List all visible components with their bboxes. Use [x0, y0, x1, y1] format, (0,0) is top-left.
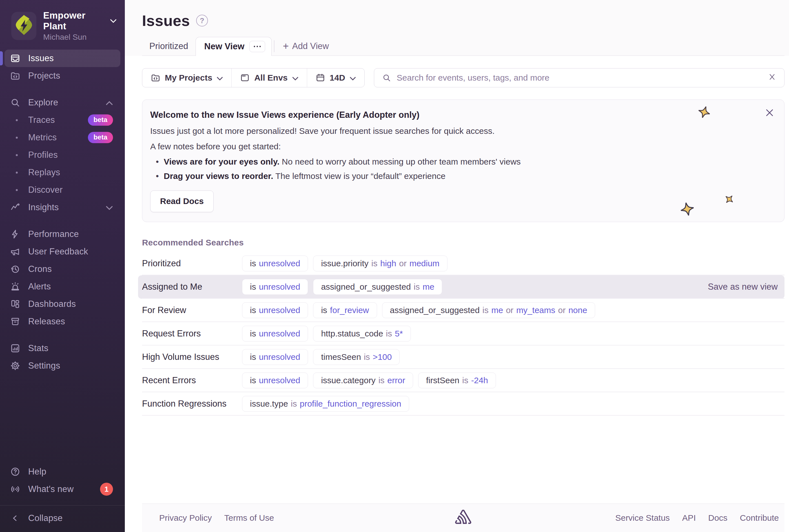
main: Issues ? Prioritized New View + Add View [125, 0, 789, 532]
search-row-label: Assigned to Me [142, 282, 242, 292]
issues-icon [10, 53, 23, 64]
org-avatar [11, 12, 36, 40]
bullet-dot-icon [10, 189, 23, 191]
sidebar-item-user-feedback[interactable]: User Feedback [4, 243, 120, 260]
megaphone-icon [10, 246, 23, 257]
sidebar-item-discover[interactable]: Discover [4, 181, 120, 199]
tab-options-ellipsis-icon[interactable] [249, 41, 265, 52]
plus-icon: + [283, 41, 289, 51]
search-bar [374, 68, 785, 87]
search-row-prioritized[interactable]: Prioritizedisunresolvedissue.priorityish… [138, 252, 785, 275]
sidebar-item-stats[interactable]: Stats [4, 340, 120, 357]
save-as-new-view-button[interactable]: Save as new view [708, 282, 778, 292]
tab-new-view[interactable]: New View [196, 37, 272, 56]
sidebar-item-collapse[interactable]: Collapse [4, 510, 120, 527]
bullet-dot-icon [10, 154, 23, 156]
search-row-high-volume-issues[interactable]: High Volume IssuesisunresolvedtimesSeeni… [138, 345, 785, 369]
query-chip: isunresolved [242, 255, 308, 271]
sidebar-item-label: Alerts [28, 282, 51, 292]
sidebar-item-alerts[interactable]: Alerts [4, 278, 120, 295]
query-chips: isunresolvedassigned_or_suggestedisme [242, 279, 442, 295]
chevron-down-icon[interactable] [106, 203, 113, 212]
sidebar-item-label: Issues [28, 53, 54, 63]
sidebar-item-insights[interactable]: Insights [4, 199, 120, 216]
banner-title: Welcome to the new Issue Views experienc… [150, 108, 773, 122]
projects-filter-value: My Projects [165, 73, 212, 82]
sidebar-item-metrics[interactable]: Metricsbeta [4, 129, 120, 146]
tab-prioritized[interactable]: Prioritized [142, 37, 196, 56]
sidebar-item-releases[interactable]: Releases [4, 313, 120, 330]
search-row-request-errors[interactable]: Request Errorsisunresolvedhttp.status_co… [138, 322, 785, 345]
search-input[interactable] [397, 73, 762, 82]
add-view-button[interactable]: + Add View [277, 37, 335, 56]
query-chips: issue.typeisprofile_function_regression [242, 396, 409, 412]
sidebar-item-label: Insights [28, 202, 59, 212]
footer-link-service-status[interactable]: Service Status [615, 513, 670, 523]
sidebar-item-replays[interactable]: Replays [4, 164, 120, 181]
collapse-wrap: Collapse [0, 505, 125, 532]
footer-link-terms-of-use[interactable]: Terms of Use [224, 513, 274, 523]
chevron-down-icon [350, 73, 356, 82]
org-switcher[interactable]: Empower Plant Michael Sun [0, 0, 125, 50]
banner-notes-lead: A few notes before you get started: [150, 140, 773, 153]
sidebar-item-dashboards[interactable]: Dashboards [4, 295, 120, 313]
banner-close-icon[interactable] [765, 108, 775, 122]
date-filter-button[interactable]: 14D [307, 69, 364, 87]
query-chips: isunresolvedtimesSeenis>100 [242, 349, 400, 365]
read-docs-button[interactable]: Read Docs [150, 190, 214, 212]
banner-bullet: Drag your views to reorder. The leftmost… [154, 170, 773, 183]
footer-left-links: Privacy PolicyTerms of Use [159, 513, 274, 523]
query-chip: assigned_or_suggestedismeormy_teamsornon… [382, 302, 595, 318]
search-row-assigned-to-me[interactable]: Assigned to Meisunresolvedassigned_or_su… [138, 275, 785, 299]
sparkle-star-icon [679, 201, 695, 217]
sidebar-item-issues[interactable]: Issues [4, 50, 120, 67]
tab-separator [274, 40, 274, 52]
help-circle-icon[interactable]: ? [196, 15, 208, 26]
search-row-for-review[interactable]: For Reviewisunresolvedisfor_reviewassign… [138, 299, 785, 322]
sidebar-item-crons[interactable]: Crons [4, 260, 120, 278]
alerts-icon [10, 281, 23, 292]
settings-icon [10, 360, 23, 372]
sidebar-item-explore[interactable]: Explore [4, 94, 120, 111]
query-chip: isfor_review [313, 302, 377, 318]
chevron-up-icon[interactable] [106, 98, 113, 107]
sentry-logo-icon [455, 510, 472, 526]
footer-link-privacy-policy[interactable]: Privacy Policy [159, 513, 212, 523]
banner-intro: Issues just got a lot more personalized!… [150, 125, 773, 138]
query-chip: isunresolved [242, 349, 308, 365]
sidebar-item-label: Performance [28, 229, 79, 239]
sidebar-item-performance[interactable]: Performance [4, 225, 120, 243]
sidebar-footer-nav: HelpWhat's new1 [0, 463, 125, 498]
sidebar-item-profiles[interactable]: Profiles [4, 146, 120, 164]
sidebar-item-traces[interactable]: Tracesbeta [4, 111, 120, 129]
broadcast-icon [10, 483, 23, 495]
chevron-down-icon [292, 73, 299, 82]
sidebar-item-label: Traces [28, 115, 55, 125]
sidebar-item-what-s-new[interactable]: What's new1 [4, 480, 120, 498]
search-row-label: Prioritized [142, 259, 242, 268]
page-title: Issues [142, 12, 190, 29]
sidebar-item-label: Replays [28, 167, 60, 177]
search-row-function-regressions[interactable]: Function Regressionsissue.typeisprofile_… [138, 392, 785, 416]
footer-link-api[interactable]: API [682, 513, 696, 523]
sidebar-item-label: Help [28, 467, 46, 477]
footer-link-contribute[interactable]: Contribute [740, 513, 779, 523]
sidebar-item-settings[interactable]: Settings [4, 357, 120, 375]
sidebar-item-label: Dashboards [28, 299, 76, 309]
clear-search-icon[interactable] [768, 73, 776, 83]
search-row-recent-errors[interactable]: Recent Errorsisunresolvedissue.categoryi… [138, 369, 785, 392]
projects-filter-button[interactable]: My Projects [142, 69, 231, 87]
add-view-label: Add View [292, 41, 329, 51]
search-row-label: Recent Errors [142, 375, 242, 385]
query-chips: isunresolvedissue.categoryiserrorfirstSe… [242, 373, 496, 388]
insights-icon [10, 202, 23, 213]
sidebar-item-projects[interactable]: Projects [4, 67, 120, 84]
environment-filter-value: All Envs [254, 73, 287, 82]
footer-link-docs[interactable]: Docs [708, 513, 727, 523]
sidebar-item-help[interactable]: Help [4, 463, 120, 480]
bullet-dot-icon [10, 119, 23, 121]
issue-views-banner: Welcome to the new Issue Views experienc… [142, 99, 785, 222]
environment-filter-button[interactable]: All Envs [231, 69, 307, 87]
sidebar-item-label: User Feedback [28, 247, 88, 257]
sidebar-nav: IssuesProjectsExploreTracesbetaMetricsbe… [0, 50, 125, 375]
